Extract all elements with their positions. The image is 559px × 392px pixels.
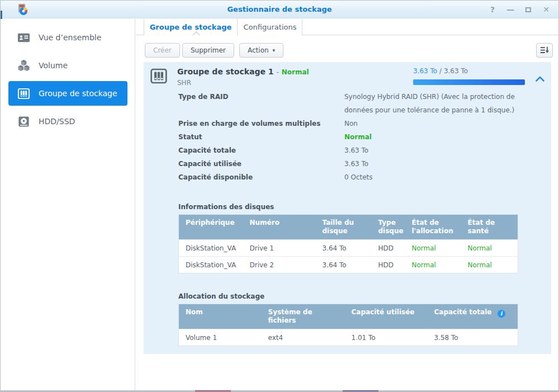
cell-used-capacity: 1.01 To [345,329,428,346]
collapse-list-icon [539,46,549,55]
overview-icon [17,31,30,44]
dropdown-caret-icon: ▾ [273,48,276,53]
detail-row-total-capacity: Capacité totale 3.63 To [178,144,525,157]
detail-label: Capacité totale [178,144,344,157]
col-header-total-capacity[interactable]: Capacité totale i [428,304,518,329]
col-header-name[interactable]: Nom [179,304,262,329]
cell-size: 3.64 To [316,240,372,257]
cell-number: Drive 2 [243,257,316,273]
detail-label: Type de RAID [178,90,344,117]
col-header-allocation-status[interactable]: État de l'allocation [405,215,461,240]
allocation-section-title: Allocation du stockage [178,292,264,300]
sidebar-item-storage-pool[interactable]: Groupe de stockage [8,81,127,106]
detail-value: Synology Hybrid RAID (SHR) (Avec la prot… [344,90,520,117]
col-header-device[interactable]: Périphérique [179,215,243,240]
allocation-table: Nom Système de fichiers Capacité utilisé… [178,304,518,346]
cell-total-capacity: 3.58 To [428,329,518,346]
storage-manager-window: Gestionnaire de stockage ? — ✕ Vue d’ens… [0,0,559,392]
tab-label: Configurations [244,23,297,31]
pool-status-badge: Normal [282,68,309,76]
close-icon[interactable]: ✕ [542,4,551,15]
sidebar-item-label: Volume [39,61,68,70]
volume-cubes-icon [17,59,30,72]
disks-section-title: Informations des disques [178,203,274,211]
detail-value: 0 Octets [344,171,520,184]
cell-allocation-status: Normal [405,240,461,257]
col-header-disk-size[interactable]: Taille du disque [316,215,372,240]
storage-pool-panel-icon [150,67,168,85]
titlebar: Gestionnaire de stockage ? — ✕ [1,1,558,18]
tab-storage-pool[interactable]: Groupe de stockage [144,19,238,35]
col-header-used-capacity[interactable]: Capacité utilisée [345,304,428,329]
disks-table-header-row: Périphérique Numéro Taille du disque Typ… [179,215,518,240]
sidebar-item-hdd-ssd[interactable]: HDD/SSD [8,109,127,134]
action-dropdown-button[interactable]: Action ▾ [239,43,283,58]
cell-health-status: Normal [461,240,518,257]
sidebar-item-label: Groupe de stockage [39,89,117,98]
window-controls: ? — ✕ [488,4,551,15]
pool-capacity-text: 3.63 To / 3.63 To [413,67,468,75]
detail-row-available-capacity: Capacité disponible 0 Octets [178,171,525,184]
table-row[interactable]: DiskStation_VA Drive 2 3.64 To HDD Norma… [179,257,518,273]
cell-allocation-status: Normal [405,257,461,273]
cell-type: HDD [372,257,405,273]
allocation-table-header-row: Nom Système de fichiers Capacité utilisé… [179,304,518,329]
detail-row-multi-volume: Prise en charge de volumes multiples Non [178,117,525,130]
col-header-number[interactable]: Numéro [243,215,316,240]
taskbar-artifact [343,390,378,391]
sidebar-item-volume[interactable]: Volume [8,53,127,78]
storage-pool-panel: Groupe de stockage 1 - Normal SHR 3.63 T… [144,62,551,354]
disks-table: Périphérique Numéro Taille du disque Typ… [178,214,518,273]
action-button-label: Action [248,46,269,54]
help-icon[interactable]: ? [488,4,497,15]
col-header-filesystem[interactable]: Système de fichiers [262,304,345,329]
detail-label: Capacité utilisée [178,157,344,171]
detail-row-raid-type: Type de RAID Synology Hybrid RAID (SHR) … [178,90,525,117]
col-header-health-status[interactable]: État de santé [461,215,518,240]
pool-raid-type: SHR [177,79,191,87]
detail-label: Statut [178,130,344,144]
col-header-total-capacity-label: Capacité totale [434,308,492,316]
cell-device: DiskStation_VA [179,257,243,273]
detail-row-status: Statut Normal [178,130,525,144]
window-bottom-edge [1,390,558,391]
create-button-label: Créer [153,46,172,54]
create-button[interactable]: Créer [145,43,180,58]
sidebar-item-label: HDD/SSD [39,117,75,126]
capacity-progress-bar [413,79,525,85]
info-icon[interactable]: i [498,310,505,318]
hdd-icon [17,115,30,128]
capacity-used: 3.63 To [413,67,437,75]
capacity-total: 3.63 To [444,67,468,75]
pool-title: Groupe de stockage 1 [177,67,274,76]
cell-number: Drive 1 [243,240,316,257]
detail-value: Non [344,117,520,130]
delete-button[interactable]: Supprimer [182,43,234,58]
tab-configurations[interactable]: Configurations [238,19,302,35]
cell-filesystem: ext4 [262,329,345,346]
pool-title-line: Groupe de stockage 1 - Normal [177,67,309,76]
detail-value: 3.63 To [344,144,520,157]
table-row[interactable]: DiskStation_VA Drive 1 3.64 To HDD Norma… [179,240,518,257]
cell-size: 3.64 To [316,257,372,273]
sidebar-item-overview[interactable]: Vue d’ensemble [8,25,127,50]
pool-title-dash: - [276,68,278,76]
maximize-icon[interactable] [524,4,533,15]
collapse-panel-chevron-up-icon[interactable] [535,75,545,82]
window-title: Gestionnaire de stockage [1,5,558,13]
detail-label: Capacité disponible [178,171,344,184]
tab-bar: Groupe de stockage Configurations [136,19,559,35]
storage-pool-icon [17,87,30,100]
collapse-all-button[interactable] [536,43,553,58]
cell-device: DiskStation_VA [179,240,243,257]
detail-label: Prise en charge de volumes multiples [178,117,344,130]
active-tab-notch-fill [193,32,200,36]
cell-health-status: Normal [461,257,518,273]
cell-type: HDD [372,240,405,257]
minimize-icon[interactable]: — [506,4,515,15]
detail-value: 3.63 To [344,157,520,171]
col-header-disk-type[interactable]: Type disque [372,215,405,240]
cell-volume-name: Volume 1 [179,329,262,346]
tab-label: Groupe de stockage [150,23,232,31]
table-row[interactable]: Volume 1 ext4 1.01 To 3.58 To [179,329,518,346]
